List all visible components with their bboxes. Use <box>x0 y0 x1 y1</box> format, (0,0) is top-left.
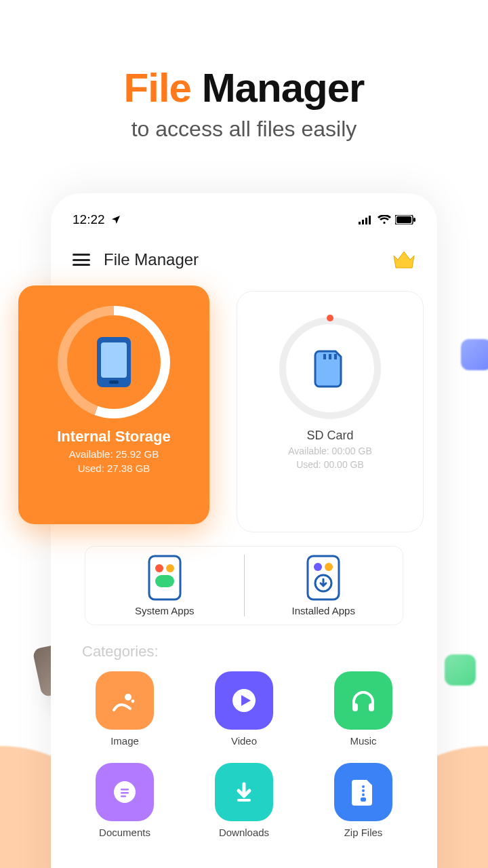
hero-subtitle: to access all files easily <box>0 117 488 142</box>
play-icon <box>230 687 258 714</box>
svg-rect-17 <box>308 556 339 599</box>
category-image[interactable]: Image <box>75 671 174 747</box>
svg-rect-5 <box>396 216 411 223</box>
category-label: Downloads <box>195 827 293 838</box>
cellular-signal-icon <box>359 215 373 224</box>
category-zip[interactable]: Zip Files <box>314 763 413 838</box>
category-downloads[interactable]: Downloads <box>195 763 293 838</box>
hero-title: File Manager <box>0 64 488 111</box>
sd-card-available: Available: 00:00 GB <box>237 446 423 456</box>
sd-card-title: SD Card <box>237 429 423 443</box>
app-title: File Manager <box>104 250 379 269</box>
category-music[interactable]: Music <box>314 671 413 747</box>
svg-rect-9 <box>109 380 119 384</box>
svg-rect-29 <box>121 795 126 797</box>
svg-rect-27 <box>121 789 129 791</box>
category-label: Video <box>195 735 293 747</box>
svg-rect-3 <box>369 216 371 224</box>
app-bar: File Manager <box>66 227 422 281</box>
svg-rect-8 <box>101 342 127 378</box>
system-apps-icon <box>145 555 184 601</box>
hero-title-main: Manager <box>191 65 364 111</box>
svg-point-18 <box>314 563 322 571</box>
svg-rect-28 <box>121 792 129 794</box>
category-label: Documents <box>75 827 174 838</box>
svg-rect-0 <box>359 222 361 224</box>
document-icon <box>111 778 138 806</box>
system-apps-label: System Apps <box>85 605 244 616</box>
usage-ring-icon <box>58 306 170 418</box>
internal-storage-used: Used: 27.38 GB <box>18 462 209 474</box>
svg-rect-10 <box>323 354 326 359</box>
hero-title-accent: File <box>124 65 191 111</box>
headphones-icon <box>348 686 378 715</box>
zip-file-icon <box>350 777 376 807</box>
svg-point-31 <box>362 785 365 788</box>
svg-rect-12 <box>334 354 337 359</box>
svg-point-21 <box>125 694 131 701</box>
installed-apps-button[interactable]: Installed Apps <box>245 555 403 616</box>
status-bar: 12:22 <box>66 208 422 227</box>
installed-apps-label: Installed Apps <box>245 605 403 616</box>
categories-heading: Categories: <box>66 625 422 665</box>
svg-rect-11 <box>329 354 331 359</box>
sd-card-icon <box>314 349 346 388</box>
categories-grid: Image Video Music Documents Downloads <box>66 665 422 838</box>
apps-row: System Apps Installed Apps <box>85 546 403 625</box>
decorative-chip <box>461 339 488 370</box>
svg-rect-24 <box>352 703 358 711</box>
phone-device-icon <box>94 336 134 389</box>
sd-card-used: Used: 00.00 GB <box>237 459 423 470</box>
sd-card-card[interactable]: SD Card Available: 00:00 GB Used: 00.00 … <box>237 291 424 532</box>
svg-point-33 <box>362 793 365 796</box>
svg-point-19 <box>325 563 333 571</box>
battery-icon <box>395 215 415 224</box>
category-documents[interactable]: Documents <box>75 763 174 838</box>
svg-point-15 <box>166 564 174 572</box>
internal-storage-title: Internal Storage <box>18 428 209 446</box>
hero: File Manager to access all files easily <box>0 0 488 142</box>
system-apps-button[interactable]: System Apps <box>85 555 244 616</box>
menu-icon[interactable] <box>73 254 90 266</box>
svg-rect-2 <box>365 218 367 224</box>
svg-rect-1 <box>362 220 364 224</box>
wifi-icon <box>378 215 391 224</box>
svg-point-14 <box>155 564 163 572</box>
category-label: Music <box>314 735 413 747</box>
image-icon <box>110 686 140 715</box>
internal-storage-available: Available: 25.92 GB <box>18 448 209 460</box>
phone-frame: 12:22 File Manager Inter <box>51 193 437 868</box>
svg-rect-30 <box>237 799 251 802</box>
svg-rect-25 <box>369 703 374 711</box>
premium-crown-icon[interactable] <box>392 250 415 269</box>
location-arrow-icon <box>110 214 121 225</box>
category-label: Image <box>75 735 174 747</box>
status-time: 12:22 <box>73 212 105 227</box>
svg-rect-6 <box>413 218 415 222</box>
svg-point-32 <box>362 789 365 792</box>
category-label: Zip Files <box>314 827 413 838</box>
storage-row: Internal Storage Available: 25.92 GB Use… <box>66 290 422 540</box>
usage-ring-icon <box>279 317 381 419</box>
internal-storage-card[interactable]: Internal Storage Available: 25.92 GB Use… <box>18 285 209 524</box>
installed-apps-icon <box>304 555 343 601</box>
svg-point-22 <box>131 700 135 703</box>
decorative-chip <box>445 654 476 686</box>
category-video[interactable]: Video <box>195 671 293 747</box>
svg-rect-34 <box>361 797 366 802</box>
download-icon <box>230 778 258 806</box>
svg-rect-16 <box>155 575 174 587</box>
